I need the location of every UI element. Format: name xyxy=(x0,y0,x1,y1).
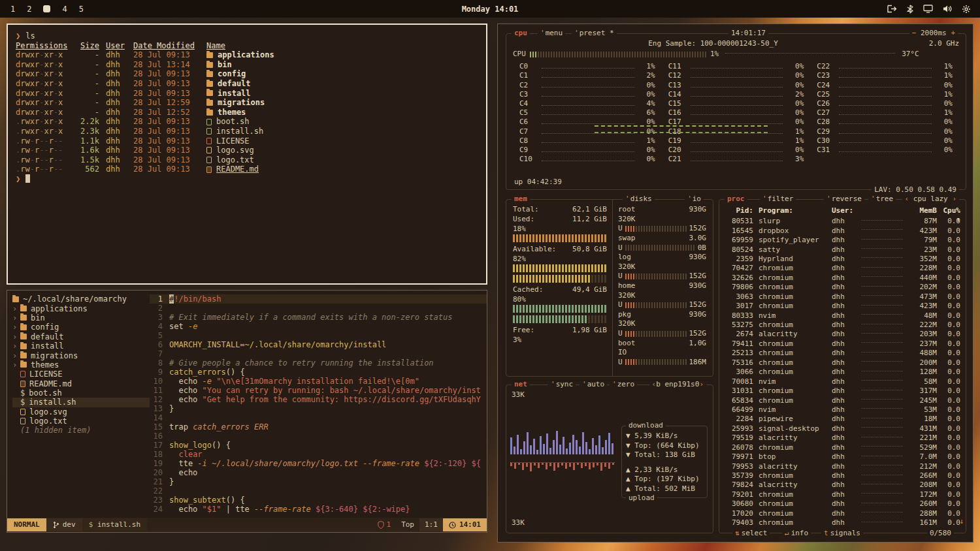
tree-item[interactable]: README.md xyxy=(12,379,150,388)
volume-icon[interactable] xyxy=(943,5,952,13)
tree-item[interactable]: ›config xyxy=(12,323,150,332)
code-editor[interactable]: 1#!/bin/bash23# Exit immediately if a co… xyxy=(150,291,487,518)
process-row[interactable]: 79953alacrittydhh212M0.0 xyxy=(723,462,963,471)
file-row[interactable]: drwxr-xr-x-dhh28 Jul 12:52themes xyxy=(16,108,478,118)
tree-root[interactable]: ~/.local/share/omarchy xyxy=(12,294,150,304)
file-name[interactable]: config xyxy=(218,69,246,79)
process-row[interactable]: 66499nvimdhh53M0.0 xyxy=(723,405,963,415)
process-row[interactable]: 80531slurpdhh87M0.0 xyxy=(723,217,963,226)
process-row[interactable]: 79403chromiumdhh161M0.0 xyxy=(723,518,963,527)
preset-button[interactable]: preset * xyxy=(572,29,617,38)
process-row[interactable]: 53275chromiumdhh222M0.0 xyxy=(723,321,963,330)
proc-header-pid[interactable]: Pid: xyxy=(723,206,753,217)
process-row[interactable]: 31031chromiumdhh317M0.0 xyxy=(723,386,963,396)
file-name[interactable]: LICENSE xyxy=(216,136,250,146)
file-name[interactable]: default xyxy=(218,79,251,89)
workspace-button[interactable]: 4 xyxy=(62,5,67,14)
process-row[interactable]: 30680chromiumdhh260M0.0 xyxy=(723,499,963,509)
file-row[interactable]: drwxr-xr-x-dhh28 Jul 09:13default xyxy=(16,79,478,89)
tree-item[interactable]: ›bin xyxy=(12,313,150,323)
bluetooth-icon[interactable] xyxy=(907,5,913,14)
process-row[interactable]: 35739chromiumdhh266M0.0 xyxy=(723,471,963,480)
process-row[interactable]: 70081nvimdhh58M0.0 xyxy=(723,377,963,386)
terminal-window-ls[interactable]: ❯ ls Permissions Size User Date Modified… xyxy=(7,24,487,285)
process-row[interactable]: 79519alacrittydhh221M0.0 xyxy=(723,433,963,443)
process-row[interactable]: 80333nvimdhh48M0.0 xyxy=(723,311,963,320)
process-row[interactable]: 2359Hyprlanddhh352M0.0 xyxy=(723,255,963,264)
tree-item[interactable]: LICENSE xyxy=(12,370,150,379)
display-icon[interactable] xyxy=(923,5,933,13)
file-row[interactable]: drwxr-xr-x-dhh28 Jul 09:13config xyxy=(16,69,478,79)
proc-filter-button[interactable]: filter xyxy=(760,195,796,204)
proc-info-hint[interactable]: ↵info xyxy=(782,529,811,538)
interval-increase[interactable]: + xyxy=(951,29,955,37)
process-row[interactable]: 70427chromiumdhh228M0.0 xyxy=(723,264,963,273)
editor-window[interactable]: ~/.local/share/omarchy ›applications›bin… xyxy=(7,290,487,533)
file-name[interactable]: themes xyxy=(218,108,246,118)
proc-tree-button[interactable]: tree xyxy=(868,195,896,204)
process-row[interactable]: 65834chromiumdhh245M0.0 xyxy=(723,396,963,405)
file-row[interactable]: .rw-r--r--562dhh28 Jul 09:13README.md xyxy=(16,165,478,174)
tree-item[interactable]: ›default xyxy=(12,332,150,341)
file-row[interactable]: drwxr-xr-x-dhh28 Jul 12:59migrations xyxy=(16,98,478,108)
file-row[interactable]: drwxr-xr-x-dhh28 Jul 09:13install xyxy=(16,89,478,99)
file-name[interactable]: install.sh xyxy=(216,127,263,136)
interval-decrease[interactable]: − xyxy=(912,29,917,37)
file-row[interactable]: drwxr-xr-x-dhh28 Jul 13:14bin xyxy=(16,60,478,70)
file-row[interactable]: .rwxr-xr-x2.3kdhh28 Jul 09:13install.sh xyxy=(16,127,478,136)
process-row[interactable]: 79824alacrittydhh208M0.0 xyxy=(723,480,963,490)
scroll-down-arrow[interactable]: ↓ xyxy=(959,517,964,526)
file-name[interactable]: migrations xyxy=(218,98,265,108)
file-name[interactable]: bin xyxy=(218,60,232,70)
workspace-active-icon[interactable] xyxy=(43,5,50,12)
file-name[interactable]: logo.txt xyxy=(216,155,254,165)
process-row[interactable]: 79806chromiumdhh202M0.0 xyxy=(723,283,963,292)
process-row[interactable]: 2284pipewiredhh18M0.0 xyxy=(723,415,963,424)
tree-item[interactable]: logo.txt xyxy=(12,417,150,426)
process-row[interactable]: 79411chromiumdhh237M0.0 xyxy=(723,339,963,349)
proc-header-program[interactable]: Program: xyxy=(753,206,832,217)
tree-item[interactable]: $install.sh xyxy=(12,398,150,407)
logout-icon[interactable] xyxy=(887,5,897,13)
proc-header-cpu[interactable]: Cpu% ↑ xyxy=(937,206,963,217)
proc-header-mem[interactable]: MemB xyxy=(907,206,937,217)
btop-window[interactable]: cpu menu preset * 14:01:17 − 2000ms + En… xyxy=(497,24,973,543)
tree-item[interactable]: $boot.sh xyxy=(12,388,150,398)
settings-gear-icon[interactable] xyxy=(962,5,971,14)
process-row[interactable]: 69959spotify_playerdhh79M0.0 xyxy=(723,236,963,245)
process-row[interactable]: 16545dropboxdhh423M0.0 xyxy=(723,226,963,235)
process-row[interactable]: 3017chromiumdhh423M0.0 xyxy=(723,302,963,311)
proc-signals-hint[interactable]: tsignals xyxy=(821,529,863,538)
process-row[interactable]: 32626chromiumdhh440M0.0 xyxy=(723,274,963,283)
file-row[interactable]: .rw-r--r--1.1kdhh28 Jul 09:13LICENSE xyxy=(16,136,478,146)
net-interface[interactable]: ‹b enp191s0› xyxy=(649,380,706,389)
file-row[interactable]: .rw-r--r--1.5kdhh28 Jul 09:13logo.txt xyxy=(16,155,478,165)
proc-reverse-button[interactable]: reverse xyxy=(824,195,864,204)
net-zero-button[interactable]: zero xyxy=(610,380,637,389)
net-auto-button[interactable]: auto xyxy=(580,380,607,389)
process-row[interactable]: 3063chromiumdhh473M0.0 xyxy=(723,292,963,302)
proc-header-user[interactable]: User: xyxy=(832,206,858,217)
proc-sort-selector[interactable]: ‹ cpu lazy › xyxy=(902,195,959,204)
net-sync-button[interactable]: sync xyxy=(548,380,576,389)
update-interval[interactable]: − 2000ms + xyxy=(909,29,958,38)
tree-item[interactable]: ›themes xyxy=(12,360,150,370)
tree-item[interactable]: ›install xyxy=(12,341,150,351)
tree-item[interactable]: ›migrations xyxy=(12,351,150,360)
process-row[interactable]: 79201chromiumdhh172M0.0 xyxy=(723,490,963,499)
tree-item[interactable]: logo.svg xyxy=(12,407,150,417)
file-name[interactable]: install xyxy=(218,89,251,99)
process-row[interactable]: 75316chromiumdhh200M0.0 xyxy=(723,358,963,368)
process-row[interactable]: 79971btopdhh7.0M0.0 xyxy=(723,452,963,462)
process-row[interactable]: 25213chromiumdhh488M0.0 xyxy=(723,349,963,358)
process-row[interactable]: 2674alacrittydhh203M0.0 xyxy=(723,330,963,339)
file-name[interactable]: logo.svg xyxy=(216,146,254,155)
process-row[interactable]: 80524sattydhh23M0.0 xyxy=(723,245,963,254)
terminal-cursor-line[interactable]: ❯ xyxy=(16,174,478,184)
file-row[interactable]: .rwxr-xr-x2.2kdhh28 Jul 09:13boot.sh xyxy=(16,117,478,127)
proc-select-hint[interactable]: ⇅select xyxy=(732,529,770,538)
file-row[interactable]: .rw-r--r--1.6kdhh28 Jul 09:13logo.svg xyxy=(16,146,478,155)
process-row[interactable]: 25993signal-desktopdhh431M0.0 xyxy=(723,424,963,433)
workspace-button[interactable]: 1 xyxy=(10,5,15,14)
file-name[interactable]: applications xyxy=(218,50,274,60)
